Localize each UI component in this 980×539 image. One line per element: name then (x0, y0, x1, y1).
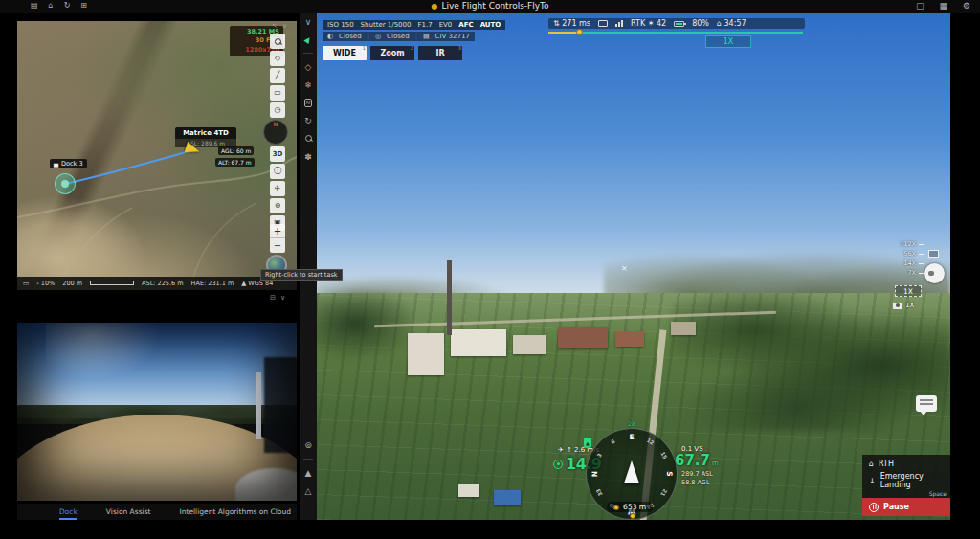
aperture-value: F1.7 (417, 21, 432, 29)
camera-settings-row[interactable]: ISO 150 Shutter 1/5000 F1.7 EV0 AFC AUTO (323, 20, 505, 30)
dock-label[interactable]: ▄ Dock 3 (50, 159, 87, 168)
lens-tab-zoom[interactable]: Zoom 2 (370, 46, 414, 60)
asl-readout: 289.7 ASL (681, 470, 713, 478)
lens-tab-wide[interactable]: WIDE 1 (323, 46, 367, 60)
map-dock-collapse-icon[interactable]: ∨ (280, 294, 285, 302)
shutter-state: Closed (339, 33, 362, 40)
battery-percent: 80% (692, 19, 709, 28)
dock-cam-vignette (17, 323, 297, 501)
map-polygon-button[interactable]: ▭ (270, 85, 285, 101)
ev-value: EV0 (439, 21, 453, 29)
window-layout-icon[interactable]: ▢ (916, 1, 924, 11)
bottom-tab-bar: Dock Vision Assist Intelligent Algorithm… (17, 504, 297, 520)
zoom-dial[interactable] (924, 263, 945, 283)
map-locate-button[interactable]: ⊕ (270, 198, 285, 213)
effects-icon[interactable]: ✽ (304, 152, 312, 162)
scene-chimney (447, 260, 452, 335)
voice-headset-icon[interactable]: ⊚ (304, 440, 312, 450)
spray-icon[interactable]: ❄ (304, 80, 312, 90)
map-zoom-in-button[interactable]: + (270, 224, 285, 238)
message-bubble-icon[interactable] (916, 395, 937, 412)
map-history-button[interactable]: ◷ (270, 102, 285, 118)
speed-badge-icon (553, 460, 563, 469)
battery-threshold-dot[interactable] (576, 29, 583, 35)
aircraft-agl-badge: AGL: 60 m (218, 146, 254, 155)
context-tooltip: Right-click to start task (260, 269, 343, 281)
home-distance-icon: ◉ (613, 504, 619, 511)
battery-progress-line (548, 32, 803, 34)
map-zoom-out-button[interactable]: − (270, 238, 285, 253)
camera-icon (893, 303, 902, 309)
zoom-level-indicator: 1X (705, 35, 751, 48)
map-panel[interactable]: 38.21 MS 30 FPS 1280x720 ↖ ∨ ◇ ╱ ▭ ◷ N 0… (17, 21, 297, 290)
signal-bars-icon (615, 20, 623, 27)
emergency-landing-button[interactable]: ↓ Emergency Landing (862, 472, 950, 489)
search-icon (275, 38, 281, 45)
map-compass[interactable]: N 090 (263, 120, 288, 145)
dock-marker-icon[interactable] (55, 173, 76, 194)
zoom-level-option[interactable]: 14X (891, 258, 924, 268)
map-flight-route-button[interactable]: ✈ (270, 181, 285, 196)
waypoint-icon[interactable]: ◇ (305, 62, 312, 72)
scene-building (513, 335, 546, 354)
scene-building (494, 490, 521, 505)
map-expand-icon[interactable]: ↖ (272, 22, 278, 30)
delta-icon[interactable]: △ (305, 486, 312, 496)
aircraft-heading-arrow (624, 460, 639, 483)
fpv-main-view[interactable]: ✕ ISO 150 Shutter 1/5000 F1.7 EV0 AFC AU… (317, 13, 950, 520)
focus-mode: AFC (458, 21, 473, 29)
rth-button[interactable]: ⌂ RTH (862, 455, 950, 472)
map-collapse-icon[interactable]: ∨ (282, 22, 287, 30)
window-title: ●Live Flight Controls-FlyTo (0, 1, 980, 11)
toolbar-divider (303, 459, 313, 460)
map-line-button[interactable]: ╱ (270, 68, 285, 83)
zoom-level-option[interactable]: 112X (891, 239, 924, 249)
screen-zoom-icon[interactable] (928, 250, 939, 258)
camera-zoom-row[interactable]: 1X (893, 302, 914, 309)
flight-path (17, 21, 297, 290)
map-info-button[interactable]: ⓘ (270, 164, 285, 179)
zoom-level-option[interactable]: 7X (891, 268, 924, 278)
tab-vision-assist[interactable]: Vision Assist (106, 507, 151, 516)
scene-building (458, 484, 479, 497)
lens-tab-ir[interactable]: IR 3 (418, 46, 462, 60)
map-datum[interactable]: ▲ WGS 84 (241, 280, 273, 287)
map-asl-readout: ASL: 225.6 m (142, 280, 183, 287)
map-scale-label: 200 m (62, 280, 82, 287)
map-pin-button[interactable]: ◇ (270, 51, 285, 66)
aircraft-status-bar[interactable]: ⇅ 271 ms RTK ✶ 42 80% ⌂ 34:57 (548, 18, 805, 29)
scene-building (558, 327, 608, 348)
rtk-readout: RTK ✶ 42 (631, 19, 666, 28)
aircraft-alt-badge: ALT: 67.7 m (215, 158, 255, 167)
scene-building (671, 322, 696, 335)
terrain-icon[interactable]: ▲ (305, 468, 312, 478)
toolbar-divider (303, 53, 313, 54)
flight-actions-panel: ⌂ RTH ↓ Emergency Landing Space Pause (862, 455, 950, 516)
camera-state-row[interactable]: ◐ Closed | ◎ Closed | ▤ CIV 32717 (323, 32, 475, 41)
map-dock-expand-icon[interactable]: ⊟ (270, 294, 276, 302)
tab-intelligent-algorithms[interactable]: Intelligent Algorithms on Cloud (180, 507, 291, 516)
shutter-state-icon: ◐ (327, 33, 333, 40)
tab-dock[interactable]: Dock (59, 507, 78, 516)
exposure-mode: AUTO (480, 21, 501, 29)
toolbar-collapse-icon[interactable]: ∨ (305, 17, 312, 27)
grid-icon[interactable]: ▦ (939, 1, 947, 11)
map-3d-button[interactable]: 3D (270, 146, 285, 162)
status-dot-icon: ● (431, 2, 437, 11)
zoom-ladder[interactable]: 112X 56X 14X 7X (891, 239, 924, 278)
zoom-selected-level[interactable]: 1X (895, 285, 922, 297)
aircraft-label[interactable]: Matrice 4TD (175, 127, 236, 139)
pause-button[interactable]: Pause (862, 498, 950, 516)
aircraft-pointer-icon[interactable]: ▲ (303, 34, 313, 45)
orbit-icon[interactable]: ↻ (304, 116, 312, 125)
home-point-dot (630, 513, 635, 519)
ai-recognition-icon[interactable]: AI (304, 99, 313, 107)
map-mode-icon[interactable]: ▭ (23, 280, 29, 287)
map-search-button[interactable] (270, 34, 285, 49)
time-remaining: ⌂ 34:57 (717, 19, 746, 28)
settings-gear-icon[interactable]: ⚙ (963, 1, 970, 11)
map-opacity[interactable]: › 10% (36, 280, 55, 287)
zoom-level-option[interactable]: 56X (891, 249, 924, 258)
toolbar-search-icon[interactable] (305, 134, 312, 144)
dock-camera-view[interactable] (17, 323, 297, 501)
